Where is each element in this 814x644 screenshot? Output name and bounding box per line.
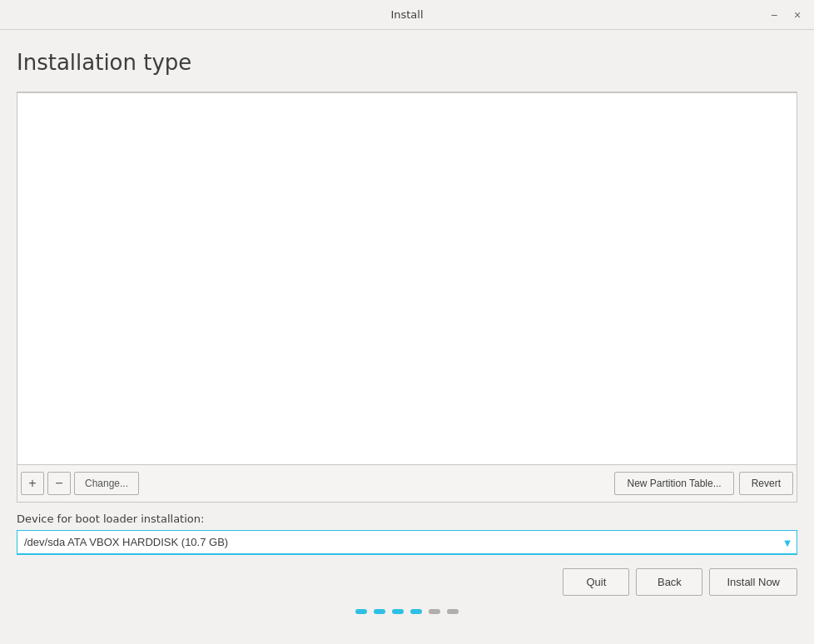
bootloader-select[interactable]: /dev/sda ATA VBOX HARDDISK (10.7 GB): [17, 530, 797, 555]
table-toolbar: + − Change... New Partition Table... Rev…: [17, 464, 797, 502]
dot-3: [392, 609, 404, 614]
remove-partition-button[interactable]: −: [47, 472, 71, 495]
main-window: Install − × Installation type: [0, 0, 814, 644]
dot-2: [374, 609, 385, 614]
partition-table-container: + − Change... New Partition Table... Rev…: [17, 92, 797, 503]
bootloader-section: Device for boot loader installation: /de…: [17, 513, 797, 555]
main-content: Installation type: [0, 30, 814, 644]
quit-button[interactable]: Quit: [563, 568, 629, 596]
add-partition-button[interactable]: +: [21, 472, 44, 495]
dot-5: [429, 609, 440, 614]
dot-1: [355, 609, 367, 614]
window-controls: − ×: [764, 5, 807, 25]
new-partition-table-button[interactable]: New Partition Table...: [614, 472, 733, 495]
install-now-button[interactable]: Install Now: [709, 568, 797, 596]
titlebar: Install − ×: [0, 0, 814, 30]
back-button[interactable]: Back: [636, 568, 702, 596]
change-partition-button[interactable]: Change...: [74, 472, 139, 495]
bootloader-label: Device for boot loader installation:: [17, 513, 797, 525]
toolbar-right: New Partition Table... Revert: [614, 472, 793, 495]
partition-rows: [17, 93, 797, 464]
bootloader-select-wrapper: /dev/sda ATA VBOX HARDDISK (10.7 GB): [17, 530, 797, 555]
revert-button[interactable]: Revert: [739, 472, 793, 495]
close-button[interactable]: ×: [787, 5, 807, 25]
window-title: Install: [390, 8, 423, 21]
dot-6: [447, 609, 459, 614]
bottom-buttons: Quit Back Install Now: [17, 568, 797, 596]
page-title: Installation type: [17, 50, 797, 75]
minimize-button[interactable]: −: [764, 5, 784, 25]
progress-dots: [17, 596, 797, 627]
dot-4: [410, 609, 422, 614]
